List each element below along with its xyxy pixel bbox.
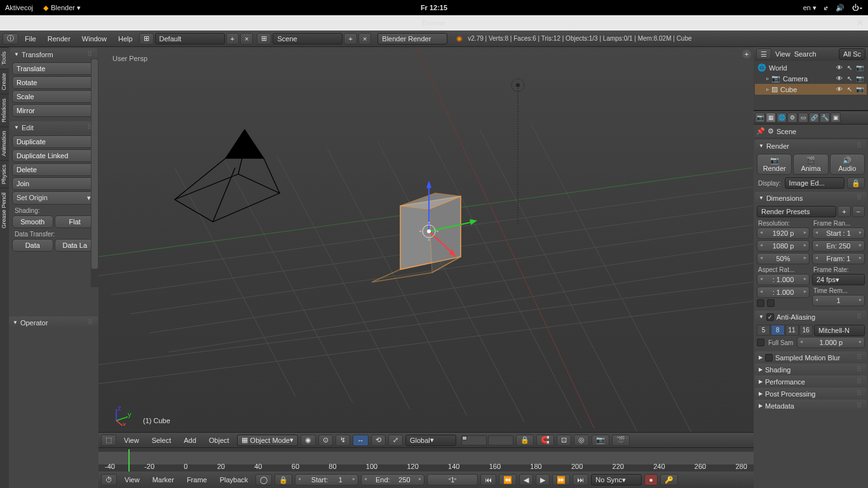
manipulator-rotate-icon[interactable]: ⟲: [371, 435, 386, 446]
tool-tab-relations[interactable]: Relations: [0, 94, 9, 126]
clock[interactable]: Fr 12:15: [421, 4, 447, 11]
data-button[interactable]: Data: [12, 239, 53, 252]
display-dropdown[interactable]: Image Ed...: [785, 177, 844, 189]
menu-file[interactable]: File: [20, 32, 41, 45]
frame-start-prop[interactable]: Start : 1: [812, 227, 865, 239]
preset-add-icon[interactable]: +: [837, 206, 850, 217]
timeline-editor-icon[interactable]: ⏱: [101, 474, 117, 485]
res-pct-field[interactable]: 50%: [757, 253, 810, 264]
timeline-playback-menu[interactable]: Playback: [215, 473, 254, 486]
res-y-field[interactable]: 1080 p: [757, 240, 810, 252]
3d-viewport[interactable]: User Persp: [98, 47, 754, 447]
play-icon[interactable]: ▶: [536, 474, 550, 485]
join-button[interactable]: Join: [12, 177, 95, 190]
operator-panel-header[interactable]: Operator⠿: [9, 316, 98, 329]
render-tab-icon[interactable]: 📷: [755, 112, 765, 123]
mirror-button[interactable]: Mirror: [12, 104, 95, 117]
select-menu[interactable]: Select: [147, 434, 177, 447]
visibility-icon[interactable]: 👁: [835, 64, 844, 71]
aspect-x-field[interactable]: : 1.000: [757, 274, 810, 285]
fps-dropdown[interactable]: 24 fps ▾: [812, 274, 865, 285]
autokey-icon[interactable]: ●: [644, 474, 658, 485]
duplicate-linked-button[interactable]: Duplicate Linked: [12, 149, 95, 162]
snap-toggle-icon[interactable]: 🧲: [536, 435, 554, 446]
render-button[interactable]: 📷Render: [757, 154, 792, 175]
lock-interface-icon[interactable]: 🔒: [847, 177, 865, 189]
view-menu[interactable]: View: [119, 434, 144, 447]
layout-add-button[interactable]: +: [226, 33, 239, 44]
outliner-item[interactable]: ▹▨Cube👁↖📷: [755, 84, 867, 95]
timeline-view-menu[interactable]: View: [119, 473, 145, 486]
layers-widget[interactable]: [461, 435, 513, 445]
world-tab-icon[interactable]: ⚙: [787, 112, 797, 123]
scene-tab-icon[interactable]: 🌐: [776, 112, 787, 123]
window-close-button[interactable]: ×: [857, 17, 863, 29]
menu-render[interactable]: Render: [43, 32, 76, 45]
range-icon[interactable]: ◯: [255, 474, 272, 485]
manipulator-toggle-icon[interactable]: ↯: [336, 435, 350, 446]
aa-panel-header[interactable]: Anti-Aliasing⠿: [755, 311, 867, 323]
scene-browse-icon[interactable]: ⊞: [257, 33, 271, 44]
jump-start-icon[interactable]: ⏮: [480, 474, 496, 485]
jump-end-icon[interactable]: ⏭: [573, 474, 588, 485]
info-editor-icon[interactable]: ⓘ: [3, 33, 18, 44]
manipulator-scale-icon[interactable]: ⤢: [388, 435, 403, 446]
snap-element-icon[interactable]: ⊡: [557, 435, 571, 446]
outliner-view-menu[interactable]: View: [775, 50, 790, 58]
modifiers-tab-icon[interactable]: 🔧: [820, 112, 830, 123]
layout-browse-icon[interactable]: ⊞: [139, 33, 154, 44]
frame-end-field[interactable]: End:250: [361, 474, 424, 485]
aspect-y-field[interactable]: : 1.000: [757, 287, 810, 298]
orientation-dropdown[interactable]: Global ▾: [405, 435, 456, 446]
aa-sample-button[interactable]: 5: [757, 325, 770, 336]
editor-type-icon[interactable]: ⬚: [101, 435, 116, 446]
sync-dropdown[interactable]: No Sync ▾: [591, 474, 642, 485]
rotate-button[interactable]: Rotate: [12, 76, 95, 89]
visibility-icon[interactable]: 👁: [835, 75, 844, 82]
pivot-icon[interactable]: ⊙: [318, 435, 333, 446]
tool-tab-tools[interactable]: Tools: [0, 47, 9, 69]
lock-camera-icon[interactable]: 🔒: [516, 435, 534, 446]
outliner-search-menu[interactable]: Search: [794, 50, 817, 58]
res-x-field[interactable]: 1920 p: [757, 227, 810, 239]
visibility-icon[interactable]: 👁: [835, 86, 844, 93]
selectable-icon[interactable]: ↖: [845, 86, 854, 93]
frame-start-field[interactable]: Start:1: [295, 474, 358, 485]
outliner-display-dropdown[interactable]: All Sc: [839, 48, 865, 60]
collapsed-panel-header[interactable]: Sampled Motion Blur⠿: [755, 351, 867, 363]
tool-tab-physics[interactable]: Physics: [0, 160, 9, 188]
scene-remove-button[interactable]: ×: [358, 33, 371, 44]
render-panel-header[interactable]: Render⠿: [755, 140, 867, 152]
tool-tab-animation[interactable]: Animation: [0, 126, 9, 160]
constraints-tab-icon[interactable]: 🔗: [809, 112, 819, 123]
aa-enable-checkbox[interactable]: [766, 313, 774, 321]
border-checkbox[interactable]: [757, 299, 764, 307]
manipulator-translate-icon[interactable]: ↔: [353, 435, 369, 446]
set-origin-dropdown[interactable]: Set Origin▾: [12, 191, 95, 205]
transform-panel-header[interactable]: Transform⠿: [10, 48, 97, 60]
menu-window[interactable]: Window: [77, 32, 112, 45]
preset-remove-icon[interactable]: −: [852, 206, 865, 217]
timeline-frame-menu[interactable]: Frame: [182, 473, 212, 486]
aa-size-field[interactable]: 1.000 p: [797, 337, 865, 348]
collapsed-panel-header[interactable]: Metadata⠿: [755, 400, 867, 412]
volume-icon[interactable]: 🔊: [836, 4, 844, 12]
render-presets-dropdown[interactable]: Render Presets: [757, 206, 836, 217]
lock-range-icon[interactable]: 🔒: [275, 474, 292, 485]
selectable-icon[interactable]: ↖: [845, 75, 854, 82]
delete-button[interactable]: Delete: [12, 163, 95, 176]
smooth-button[interactable]: Smooth: [12, 215, 53, 228]
timeline-ruler[interactable]: -40-200204060801001201401601802002202402…: [98, 447, 754, 471]
keyframe-next-icon[interactable]: ⏩: [552, 474, 570, 485]
scale-button[interactable]: Scale: [12, 90, 95, 103]
scene-dropdown[interactable]: Scene: [273, 33, 342, 44]
collapsed-panel-header[interactable]: Shading⠿: [755, 363, 867, 376]
outliner-item[interactable]: 🌐World👁↖📷: [755, 62, 867, 73]
collapsed-panel-header[interactable]: Post Processing⠿: [755, 388, 867, 400]
selectable-icon[interactable]: ↖: [845, 64, 854, 71]
power-icon[interactable]: ⏻▾: [852, 4, 863, 12]
language-indicator[interactable]: en ▾: [803, 4, 817, 12]
keyframe-prev-icon[interactable]: ⏪: [499, 474, 517, 485]
tool-tab-grease-pencil[interactable]: Grease Pencil: [0, 188, 9, 233]
timeline-marker-menu[interactable]: Marker: [147, 473, 179, 486]
